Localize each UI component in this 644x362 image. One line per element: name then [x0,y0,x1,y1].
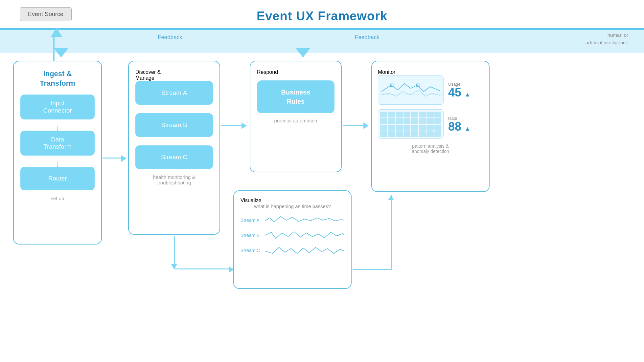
stream-b-chart [265,229,344,241]
arrow-discover-visualize-down [174,236,175,269]
stream-c-row: Stream C [241,245,344,256]
arrow-ingest-discover [103,158,126,159]
stream-c-block: Stream C [135,145,213,169]
stream-b-block: Stream B [135,113,213,137]
usage-value: 45 ▲ [448,87,471,98]
human-ai-label: human orartificial intelligence [586,32,628,46]
monitor-table-chart [378,109,444,139]
stream-a-label: Stream A [241,218,262,223]
stream-a-row: Stream A [241,214,344,226]
feedback-arrow-down-left [54,48,68,57]
event-source-box: Event Source [20,7,72,21]
respond-title: Respond [257,69,334,75]
ingest-title: Ingest &Transform [20,69,95,88]
feedback-band [0,30,644,53]
monitor-chart-row-1: Usage 45 ▲ [378,75,483,105]
respond-box: Respond BusinessRules process automation [250,61,342,172]
discover-box: Discover &Manage Stream A Stream B Strea… [128,61,220,235]
ingest-box: Ingest &Transform InputConnector ↓ DataT… [13,61,102,245]
monitor-box: Monitor Usage 45 ▲ [371,61,490,192]
usage-arrow: ▲ [465,91,471,98]
monitor-caption: pattern analysis &anomaly detection [378,143,483,154]
visualize-subtitle: what is happening as time passes? [241,203,344,209]
visualize-title: Visualize [241,198,344,203]
discover-title: Discover &Manage [135,69,213,81]
feedback-arrow-down-right [296,48,310,57]
router-block: Router [20,167,95,190]
feedback-label-right: Feedback [355,34,380,41]
discover-caption: health monitoring &troubleshooting [135,174,213,185]
stream-b-label: Stream B [241,233,262,238]
stream-c-chart [265,245,344,256]
arrow-visualize-monitor-right [353,269,392,270]
ingest-caption: set up [20,196,95,201]
arrow-visualize-monitor-up [391,195,392,270]
monitor-title: Monitor [378,69,483,75]
rate-arrow: ▲ [465,125,471,132]
respond-caption: process automation [257,118,334,123]
stream-c-label: Stream C [241,248,262,253]
up-arrow-stem [53,37,55,61]
arrow-discover-visualize-right [175,268,234,269]
data-transform-block: DataTransform [20,131,95,156]
monitor-usage-stat: Usage 45 ▲ [448,82,474,98]
stream-a-block: Stream A [135,81,213,105]
input-connector-block: InputConnector [20,95,95,119]
monitor-rate-stat: Rate 88 ▲ [448,116,474,133]
rate-value: 88 ▲ [448,121,471,133]
svg-rect-0 [378,75,443,104]
arrow-respond-monitor [343,125,368,126]
monitor-line-chart [378,75,444,105]
visualize-box: Visualize what is happening as time pass… [233,190,352,289]
feedback-label-left: Feedback [158,34,182,41]
business-rules-block: BusinessRules [257,80,334,113]
up-arrow-event [51,28,62,37]
page-title: Event UX Framework [0,0,644,23]
stream-b-row: Stream B [241,229,344,241]
top-divider [0,28,644,30]
monitor-chart-row-2: Rate 88 ▲ [378,109,483,139]
arrow-discover-respond [221,125,246,126]
stream-a-chart [265,214,344,226]
